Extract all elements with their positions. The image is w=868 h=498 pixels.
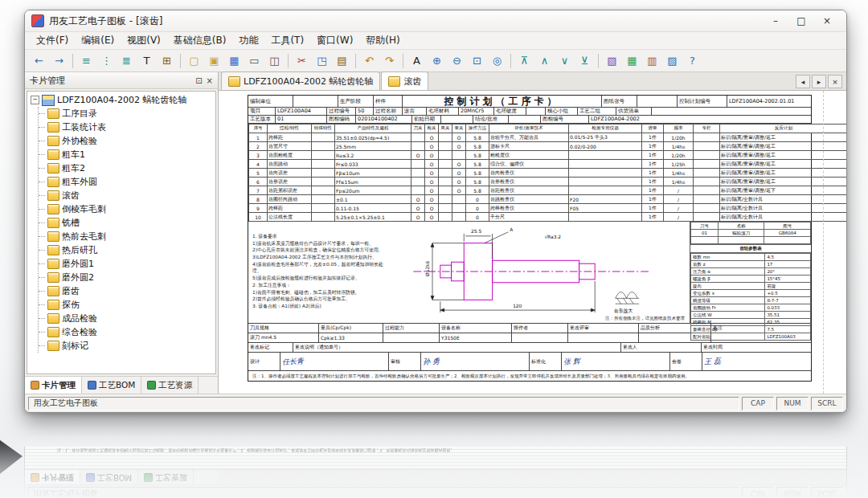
copy-icon[interactable]: ◳ xyxy=(313,51,331,70)
toolbar-separator xyxy=(180,54,181,68)
tree-item-1[interactable]: 工序目录 xyxy=(39,107,215,120)
tree-item-label: 刻标记 xyxy=(62,340,88,352)
process-row: 10公法线长度5.25±0.1×5.25±0.1OO0千分尺1件/标识/隔离/全… xyxy=(249,213,847,222)
tab-scroll-right-icon[interactable]: ▸ xyxy=(812,75,826,88)
aux-cell: Cpk≥1.33 xyxy=(319,333,383,342)
resource-icon[interactable]: ▨ xyxy=(663,51,682,70)
tree-twig xyxy=(39,182,45,182)
menu-item-4[interactable]: 基础信息(B) xyxy=(167,32,233,49)
distribute-v-icon[interactable]: ⋮ xyxy=(97,51,116,70)
tree-root-label: LDFZ100A04-2002 蜗轮齿轮轴 xyxy=(57,94,186,106)
tree-item-15[interactable]: 探伤 xyxy=(39,298,215,312)
font-icon[interactable]: A xyxy=(407,51,426,70)
tree-item-9[interactable]: 铣槽 xyxy=(39,216,215,230)
menu-item-8[interactable]: 帮助(H) xyxy=(359,32,406,49)
aux-cell: 过程能力 xyxy=(383,324,440,333)
pan-icon[interactable]: ◎ xyxy=(488,51,506,70)
menu-item-2[interactable]: 编辑(E) xyxy=(75,32,121,49)
card-icon xyxy=(47,177,59,187)
forward-icon[interactable]: → xyxy=(50,51,68,70)
tree-root[interactable]: −LDFZ100A04-2002 蜗轮齿轮轴 xyxy=(31,93,215,107)
note-line: 2. 加工注意事项： xyxy=(252,282,387,289)
zoom-out-icon[interactable]: ⊖ xyxy=(448,51,466,70)
menu-item-3[interactable]: 视图(V) xyxy=(121,32,167,49)
aux-cell: 备注 xyxy=(711,324,811,333)
tree-item-13[interactable]: 磨外圆2 xyxy=(39,271,215,284)
pin-icon[interactable]: ⊡ xyxy=(195,76,202,85)
dim-width: 25.5 xyxy=(471,229,481,234)
maximize-button[interactable]: □ xyxy=(788,12,814,30)
move-down-icon[interactable]: ∨ xyxy=(555,51,574,70)
param-row: 齿数 z17 xyxy=(691,261,811,268)
distribute-h-icon[interactable]: ≡ xyxy=(77,51,96,70)
process-row: 6齿形误差Ff≤15umOO5.8齿形检查仪1件1/4hs标识/隔离/重审/调整… xyxy=(249,178,847,186)
panel-tab-3[interactable]: 工艺资源 xyxy=(141,377,199,394)
zoom-in-icon[interactable]: ⊕ xyxy=(428,51,446,70)
info-cell: 图相编号 xyxy=(541,116,589,123)
tree-item-17[interactable]: 综合检验 xyxy=(39,325,215,339)
undo-icon[interactable]: ↶ xyxy=(360,51,379,70)
card-icon xyxy=(47,149,59,160)
signature: 张 辉 xyxy=(562,353,670,370)
tree-item-18[interactable]: 刻标记 xyxy=(39,339,215,353)
tree-item-4[interactable]: 粗车1 xyxy=(39,148,215,161)
info-cell: 图相编码 xyxy=(327,116,356,123)
panel-tab-1[interactable]: 卡片管理 xyxy=(25,377,82,394)
panel-close-icon[interactable]: × xyxy=(207,76,213,85)
open-icon[interactable]: ▣ xyxy=(205,51,223,70)
menu-item-1[interactable]: 文件(F) xyxy=(30,32,75,49)
tree-item-12[interactable]: 磨外圆1 xyxy=(39,257,215,271)
paste-icon[interactable]: ▤ xyxy=(333,51,351,70)
tree-item-11[interactable]: 热后研孔 xyxy=(39,243,215,257)
help-icon[interactable]: ? xyxy=(683,51,702,70)
redo-icon[interactable]: ↷ xyxy=(380,51,399,70)
tab-close-icon[interactable]: × xyxy=(828,75,842,88)
menu-item-5[interactable]: 功能 xyxy=(232,32,264,49)
tree-item-8[interactable]: 倒棱车毛刺 xyxy=(39,202,215,216)
tree-item-14[interactable]: 磨齿 xyxy=(39,284,215,298)
move-bottom-icon[interactable]: ⊻ xyxy=(575,51,594,70)
app-window: 用友工艺电子图板 - [滚齿] – □ × 文件(F)编辑(E)视图(V)基础信… xyxy=(24,10,847,413)
tree-item-5[interactable]: 粗车2 xyxy=(39,161,215,175)
card-list-icon[interactable]: ▥ xyxy=(643,51,661,70)
document-tab-1[interactable]: LDFZ100A04-2002 蜗轮齿轮轴 xyxy=(221,71,380,90)
tree-item-7[interactable]: 滚齿 xyxy=(39,189,215,202)
window-title: 用友工艺电子图板 - [滚齿] xyxy=(49,14,162,28)
panel-tab-2[interactable]: 工艺BOM xyxy=(82,377,141,394)
print-icon[interactable]: ▭ xyxy=(245,51,264,70)
reflection-tabs: 卡片管理工艺BOM工艺资源 xyxy=(25,469,846,484)
insert-table-icon[interactable]: ⊞ xyxy=(158,51,176,70)
back-icon[interactable]: ← xyxy=(30,51,48,70)
cut-icon[interactable]: ✂ xyxy=(293,51,311,70)
layers-icon[interactable]: ▧ xyxy=(603,51,621,70)
panel-tab-icon xyxy=(86,473,95,482)
tree-item-2[interactable]: 工装统计表 xyxy=(39,120,215,134)
minimize-button[interactable]: – xyxy=(763,12,788,30)
menu-item-6[interactable]: 工具(T) xyxy=(264,32,310,49)
new-card-icon[interactable]: ▢ xyxy=(185,51,203,70)
move-up-icon[interactable]: ∧ xyxy=(535,51,554,70)
save-icon[interactable]: ▦ xyxy=(225,51,244,70)
tree-item-6[interactable]: 粗车外圆 xyxy=(39,175,215,189)
status-indicator-cap: CAP xyxy=(742,397,774,410)
expander-icon[interactable]: − xyxy=(31,96,39,104)
close-button[interactable]: × xyxy=(814,12,840,30)
text-tool-icon[interactable]: T xyxy=(137,51,156,70)
menu-item-7[interactable]: 窗口(W) xyxy=(310,32,359,49)
signature-text: 张 辉 xyxy=(563,356,581,367)
align-icon[interactable]: ≣ xyxy=(117,51,136,70)
info-cell: 初始日期 xyxy=(412,116,441,123)
process-row: 3齿面粗糙度Ra≤3.2OO5.8粗糙度仪1件1/20h标识/隔离/重审/调整/… xyxy=(249,151,847,160)
print-preview-icon[interactable]: ◫ xyxy=(265,51,284,70)
tree-item-3[interactable]: 外协检验 xyxy=(39,134,215,148)
zoom-fit-icon[interactable]: ⊡ xyxy=(468,51,486,70)
document-tab-2[interactable]: 滚齿 xyxy=(381,71,428,90)
tree-item-10[interactable]: 热前去毛刺 xyxy=(39,230,215,243)
move-top-icon[interactable]: ⊼ xyxy=(515,51,534,70)
tab-scroll-left-icon[interactable]: ◂ xyxy=(796,75,810,88)
aux-value-row: 滚刀 mn4.5Cpk≥1.33Y3150E xyxy=(248,333,811,343)
panel-tab-2: 工艺BOM xyxy=(80,470,138,484)
tree-item-16[interactable]: 成品检验 xyxy=(39,312,215,325)
card-canvas: 编制单位生产阶段样件控制计划（工序卡）图纸张号控制计划编号LDFZ100A04-… xyxy=(219,91,846,394)
grid-icon[interactable]: ▦ xyxy=(623,51,641,70)
